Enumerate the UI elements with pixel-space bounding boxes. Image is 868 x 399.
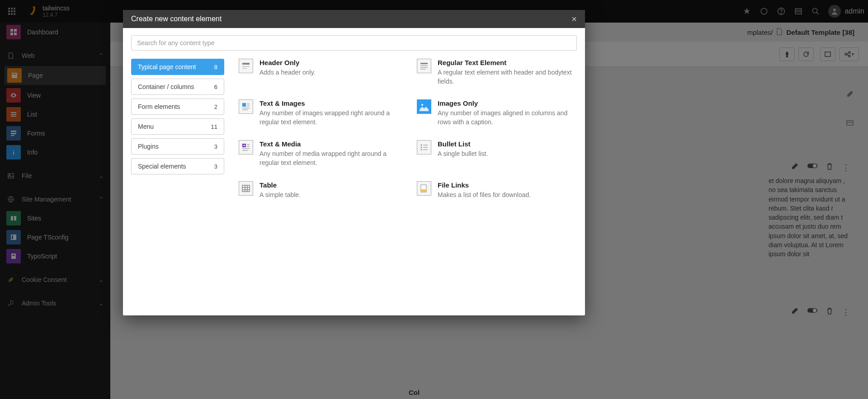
content-element-option[interactable]: Text & MediaAny number of media wrapped …: [239, 140, 399, 167]
svg-rect-76: [242, 185, 250, 192]
element-description: Makes a list of files for download.: [438, 191, 531, 200]
svg-point-64: [421, 104, 423, 106]
content-element-option[interactable]: Bullet ListA single bullet list.: [417, 140, 577, 167]
bullets-icon: [417, 140, 431, 155]
category-count: 2: [214, 103, 217, 110]
close-icon[interactable]: ×: [571, 14, 577, 24]
svg-rect-56: [420, 67, 428, 68]
svg-rect-57: [420, 69, 426, 70]
category-label: Container / columns: [138, 83, 194, 90]
content-element-option[interactable]: Images OnlyAny number of images aligned …: [417, 99, 577, 127]
element-description: A regular text element with header and b…: [438, 68, 577, 86]
media-icon: [239, 140, 253, 155]
category-item[interactable]: Container / columns6: [131, 79, 224, 95]
category-item[interactable]: Typical page content8: [131, 59, 224, 75]
category-item[interactable]: Menu11: [131, 118, 224, 135]
content-element-option[interactable]: Header OnlyAdds a header only.: [239, 59, 399, 86]
element-title: Regular Text Element: [438, 59, 577, 66]
category-count: 8: [214, 64, 217, 70]
category-count: 3: [214, 163, 217, 170]
svg-rect-61: [242, 108, 250, 108]
category-item[interactable]: Form elements2: [131, 99, 224, 115]
element-description: Adds a header only.: [259, 68, 316, 77]
new-content-element-modal: Create new content element × Typical pag…: [123, 10, 585, 315]
element-description: Any number of images wrapped right aroun…: [259, 109, 399, 127]
svg-rect-51: [242, 63, 250, 65]
svg-rect-52: [242, 66, 250, 67]
category-label: Plugins: [138, 143, 159, 150]
svg-rect-73: [423, 147, 428, 148]
svg-rect-67: [247, 146, 250, 147]
element-title: Images Only: [438, 99, 577, 107]
svg-rect-82: [421, 189, 426, 192]
svg-rect-75: [423, 149, 428, 150]
text-icon: [417, 59, 431, 73]
content-element-option[interactable]: Text & ImagesAny number of images wrappe…: [239, 99, 399, 127]
element-description: Any number of media wrapped right around…: [259, 150, 399, 167]
svg-rect-68: [242, 148, 250, 149]
modal-header: Create new content element ×: [123, 10, 585, 28]
svg-rect-54: [420, 63, 428, 64]
textpic-icon: [239, 99, 253, 114]
header-icon: [239, 59, 253, 73]
svg-point-70: [421, 145, 422, 146]
category-count: 3: [214, 143, 217, 150]
category-label: Menu: [138, 123, 154, 130]
category-count: 11: [211, 123, 217, 130]
svg-rect-66: [247, 144, 250, 145]
element-title: Header Only: [259, 59, 316, 66]
svg-rect-62: [242, 109, 248, 110]
element-title: File Links: [438, 181, 531, 189]
svg-rect-53: [242, 68, 247, 69]
svg-point-72: [421, 147, 422, 148]
category-label: Form elements: [138, 103, 180, 110]
svg-rect-58: [242, 103, 246, 107]
table-icon: [239, 181, 253, 196]
svg-rect-71: [423, 145, 428, 146]
element-title: Text & Media: [259, 140, 399, 148]
category-list: Typical page content8Container / columns…: [131, 59, 224, 305]
wizard-columns: Typical page content8Container / columns…: [131, 59, 577, 305]
element-title: Bullet List: [438, 140, 488, 148]
content-element-option[interactable]: Regular Text ElementA regular text eleme…: [417, 59, 577, 86]
element-description: A single bullet list.: [438, 150, 488, 159]
element-grid: Header OnlyAdds a header only.Regular Te…: [239, 59, 577, 305]
modal-body: Typical page content8Container / columns…: [123, 28, 585, 315]
svg-rect-59: [247, 103, 250, 104]
category-label: Typical page content: [138, 63, 196, 70]
search-input[interactable]: [131, 35, 577, 51]
element-description: A simple table.: [259, 191, 301, 200]
element-description: Any number of images aligned in columns …: [438, 109, 577, 127]
files-icon: [417, 181, 431, 196]
category-item[interactable]: Special elements3: [131, 158, 224, 174]
element-title: Table: [259, 181, 301, 189]
category-count: 6: [214, 84, 217, 90]
image-icon: [417, 99, 431, 114]
element-title: Text & Images: [259, 99, 399, 107]
content-element-option[interactable]: File LinksMakes a list of files for down…: [417, 181, 577, 200]
modal-title: Create new content element: [131, 15, 222, 23]
content-element-option[interactable]: TableA simple table.: [239, 181, 399, 200]
search-row: [131, 35, 577, 51]
svg-point-74: [421, 149, 422, 150]
category-item[interactable]: Plugins3: [131, 138, 224, 155]
category-label: Special elements: [138, 163, 186, 170]
svg-rect-60: [247, 105, 250, 106]
svg-rect-55: [420, 65, 428, 66]
svg-rect-69: [242, 150, 248, 151]
